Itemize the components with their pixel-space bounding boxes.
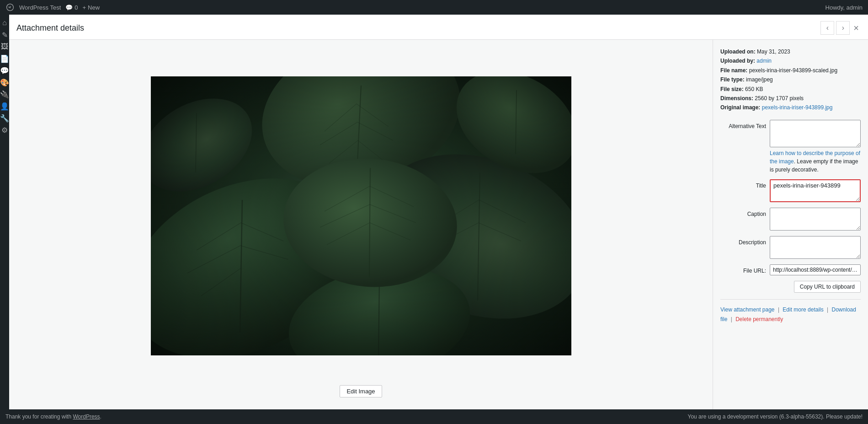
caption-label: Caption — [720, 208, 766, 218]
description-control-wrap — [770, 236, 861, 259]
description-input[interactable] — [770, 236, 861, 259]
image-container — [144, 52, 578, 380]
edit-image-button-container: Edit Image — [340, 385, 382, 397]
attachment-image — [151, 76, 571, 355]
file-type: File type: image/jpeg — [720, 75, 861, 84]
sidebar-media-icon[interactable]: 🖼 — [0, 42, 9, 51]
howdy-text: Howdy, admin — [825, 4, 863, 11]
sidebar-comments-icon[interactable]: 💬 — [0, 66, 9, 75]
uploaded-by: Uploaded by: admin — [720, 56, 861, 65]
attachment-details-modal: Attachment details ‹ › × — [9, 15, 868, 409]
original-image: Original image: pexels-irina-iriser-9438… — [720, 103, 861, 112]
dimensions: Dimensions: 2560 by 1707 pixels — [720, 94, 861, 103]
delete-permanently-link[interactable]: Delete permanently — [735, 316, 783, 322]
edit-image-button[interactable]: Edit Image — [340, 385, 382, 397]
sidebar-pages-icon[interactable]: 📄 — [0, 54, 9, 63]
sidebar-tools-icon[interactable]: 🔧 — [0, 113, 9, 123]
copy-url-button-row: Copy URL to clipboard — [720, 281, 861, 293]
alt-text-row: Alternative Text Learn how to describe t… — [720, 120, 861, 174]
edit-more-details-link[interactable]: Edit more details — [783, 306, 823, 313]
title-input[interactable] — [770, 179, 861, 202]
caption-input[interactable] — [770, 208, 861, 231]
prev-attachment-button[interactable]: ‹ — [820, 21, 834, 35]
file-url-input[interactable] — [770, 264, 861, 275]
alt-text-input[interactable] — [770, 120, 861, 147]
modal-overlay: Attachment details ‹ › × — [9, 15, 868, 409]
sidebar-appearance-icon[interactable]: 🎨 — [0, 78, 9, 87]
svg-rect-36 — [151, 76, 571, 355]
alt-text-control-wrap: Learn how to describe the purpose of the… — [770, 120, 861, 174]
action-links: View attachment page | Edit more details… — [720, 299, 861, 325]
admin-bar: WordPress Test 💬 0 + New Howdy, admin — [0, 0, 868, 15]
file-metadata: Uploaded on: May 31, 2023 Uploaded by: a… — [720, 47, 861, 113]
modal-header: Attachment details ‹ › × — [9, 15, 868, 40]
sidebar: ⌂ ✎ 🖼 📄 💬 🎨 🔌 👤 🔧 ⚙ — [0, 15, 9, 409]
site-name-item[interactable]: WordPress Test — [19, 4, 61, 11]
details-panel: Uploaded on: May 31, 2023 Uploaded by: a… — [713, 40, 868, 409]
description-label: Description — [720, 236, 766, 247]
title-label: Title — [720, 179, 766, 190]
bottom-bar: Thank you for creating with WordPress. Y… — [0, 409, 868, 424]
close-modal-button[interactable]: × — [852, 21, 861, 34]
modal-title: Attachment details — [16, 23, 84, 33]
file-url-label: File URL: — [720, 266, 766, 274]
sidebar-posts-icon[interactable]: ✎ — [0, 30, 9, 39]
file-name: File name: pexels-irina-iriser-943899-sc… — [720, 66, 861, 75]
uploaded-by-link[interactable]: admin — [756, 58, 772, 64]
new-item[interactable]: + New — [83, 4, 100, 11]
copy-url-button[interactable]: Copy URL to clipboard — [794, 281, 861, 293]
image-panel: Edit Image — [9, 40, 713, 409]
file-size: File size: 650 KB — [720, 85, 861, 94]
caption-row: Caption — [720, 208, 861, 231]
alt-text-label: Alternative Text — [720, 120, 766, 130]
sidebar-plugins-icon[interactable]: 🔌 — [0, 90, 9, 99]
modal-navigation: ‹ › × — [820, 21, 861, 35]
original-image-link[interactable]: pexels-irina-iriser-943899.jpg — [762, 104, 833, 111]
sidebar-users-icon[interactable]: 👤 — [0, 102, 9, 111]
description-row: Description — [720, 236, 861, 259]
version-info: You are using a development version (6.3… — [688, 413, 863, 420]
caption-control-wrap — [770, 208, 861, 231]
file-url-row: File URL: — [720, 264, 861, 275]
thank-you-text: Thank you for creating with WordPress. — [5, 413, 101, 420]
comments-item[interactable]: 💬 0 — [65, 4, 78, 11]
sidebar-dashboard-icon[interactable]: ⌂ — [0, 18, 9, 27]
sidebar-settings-icon[interactable]: ⚙ — [0, 125, 9, 134]
next-attachment-button[interactable]: › — [836, 21, 850, 35]
wordpress-link[interactable]: WordPress — [73, 413, 100, 420]
wp-logo-icon[interactable] — [5, 3, 15, 12]
title-row: Title — [720, 179, 861, 202]
modal-body: Edit Image Uploaded on: May 31, 2023 Upl… — [9, 40, 868, 409]
view-attachment-link[interactable]: View attachment page — [720, 306, 775, 313]
title-control-wrap — [770, 179, 861, 202]
uploaded-on: Uploaded on: May 31, 2023 — [720, 47, 861, 56]
alt-text-help-text: Learn how to describe the purpose of the… — [770, 149, 861, 174]
